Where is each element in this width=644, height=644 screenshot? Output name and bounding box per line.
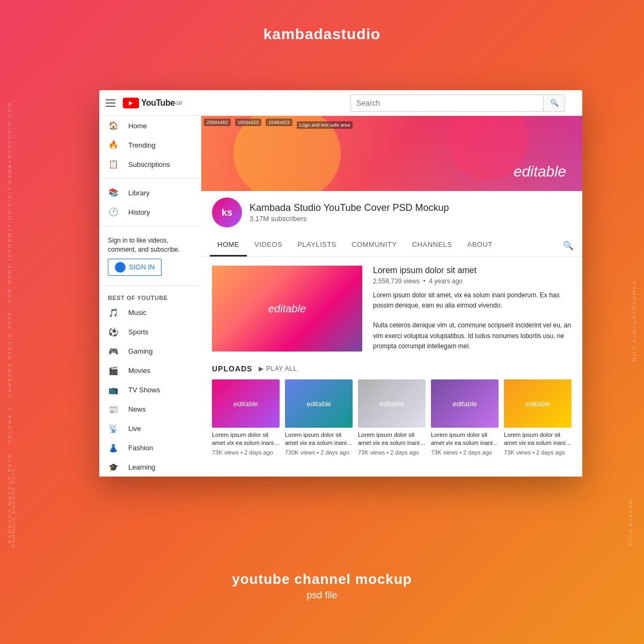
tab-community[interactable]: COMMUNITY xyxy=(344,234,405,257)
bottom-main-text: youtube channel mockup xyxy=(232,571,412,588)
youtube-header: YouTube GB 🔍 xyxy=(99,90,582,116)
channel-subscribers: 3.17M subscribers xyxy=(250,215,449,223)
video-title-3: Lorem ipsum dolor sit amet vix ea solum … xyxy=(358,431,426,448)
video-card-2[interactable]: editable Lorem ipsum dolor sit amet vix … xyxy=(285,379,353,456)
play-icon: ▶ xyxy=(259,365,264,372)
watermark-right: KAMBADASTUDIO.COM xyxy=(629,80,640,564)
featured-desc-1: Lorem ipsum dolor sit amet, vix ea solum… xyxy=(373,290,572,311)
sidebar-label-tvshows: TV Shows xyxy=(128,386,160,394)
trending-icon: 🔥 xyxy=(108,140,119,150)
search-bar: 🔍 xyxy=(350,94,565,112)
sidebar-item-gaming[interactable]: 🎮 Gaming xyxy=(99,342,201,361)
video-thumb-label-5: editable xyxy=(525,400,550,408)
sidebar-item-library[interactable]: 📚 Library xyxy=(99,183,201,202)
featured-desc-2: Nulla ceteros denique vim ut, commune sc… xyxy=(373,320,572,352)
channel-info: ks Kambada Studio YouTube Cover PSD Mock… xyxy=(201,191,582,234)
sidebar-label-news: News xyxy=(128,405,146,413)
sidebar-divider-2 xyxy=(99,226,201,226)
video-card-3[interactable]: editable Lorem ipsum dolor sit amet vix … xyxy=(358,379,426,456)
brand-title: kambadastudio xyxy=(264,26,380,43)
gaming-icon: 🎮 xyxy=(108,346,119,357)
sidebar-item-learning[interactable]: 🎓 Learning xyxy=(99,458,201,477)
video-title-2: Lorem ipsum dolor sit amet vix ea solum … xyxy=(285,431,353,448)
featured-thumbnail[interactable]: editable xyxy=(212,266,362,352)
video-thumb-1: editable xyxy=(212,379,280,428)
bottom-text: youtube channel mockup psd file xyxy=(232,571,412,601)
sign-in-prompt: Sign in to like videos, comment, and sub… xyxy=(108,236,193,254)
sidebar-sign-in-section: Sign in to like videos, comment, and sub… xyxy=(99,231,201,281)
sidebar-item-live[interactable]: 📡 Live xyxy=(99,419,201,438)
music-icon: 🎵 xyxy=(108,308,119,318)
sidebar-label-home: Home xyxy=(128,122,147,130)
sidebar-item-home[interactable]: 🏠 Home xyxy=(99,116,201,135)
featured-title: Lorem ipsum dolor sit amet xyxy=(373,266,572,275)
video-card-1[interactable]: editable Lorem ipsum dolor sit amet vix … xyxy=(212,379,280,456)
sign-in-button[interactable]: 👤 SIGN IN xyxy=(108,259,162,276)
sidebar-divider-3 xyxy=(99,286,201,286)
tab-channels[interactable]: CHANNELS xyxy=(405,234,460,257)
sidebar-item-trending[interactable]: 🔥 Trending xyxy=(99,135,201,155)
uploads-title: Uploads xyxy=(212,364,252,373)
play-all-button[interactable]: ▶ PLAY ALL xyxy=(259,365,297,372)
video-meta-3: 73K views • 2 days ago xyxy=(358,449,426,456)
featured-info: Lorem ipsum dolor sit amet 2,558,739 vie… xyxy=(373,266,572,352)
sidebar-label-music: Music xyxy=(128,309,147,317)
sidebar-item-tvshows[interactable]: 📺 TV Shows xyxy=(99,380,201,400)
tab-playlists[interactable]: PLAYLISTS xyxy=(290,234,344,257)
search-icon: 🔍 xyxy=(550,99,559,107)
video-meta-2: 730K views • 2 days ago xyxy=(285,449,353,456)
sidebar-label-fashion: Fashion xyxy=(128,444,153,452)
youtube-logo-sup: GB xyxy=(175,100,182,106)
video-meta-4: 73K views • 2 days ago xyxy=(431,449,499,456)
sidebar-label-learning: Learning xyxy=(128,463,156,471)
sidebar-item-subscriptions[interactable]: 📋 Subscriptions xyxy=(99,155,201,174)
video-thumb-label-2: editable xyxy=(306,400,331,408)
main-content: 2560x463 1855x423 1546x423 Logo and text… xyxy=(201,116,582,477)
news-icon: 📰 xyxy=(108,404,119,415)
video-card-5[interactable]: editable Lorem ipsum dolor sit amet vix … xyxy=(504,379,572,456)
channel-meta: Kambada Studio YouTube Cover PSD Mockup … xyxy=(250,202,449,223)
banner-dim-1: 2560x463 xyxy=(204,119,231,126)
person-icon: 👤 xyxy=(115,262,126,273)
youtube-logo[interactable]: YouTube GB xyxy=(123,98,182,108)
fashion-icon: 👗 xyxy=(108,443,119,453)
tab-search-icon[interactable]: 🔍 xyxy=(563,240,574,251)
sidebar-label-subscriptions: Subscriptions xyxy=(128,160,170,169)
live-icon: 📡 xyxy=(108,423,119,434)
sports-icon: ⚽ xyxy=(108,327,119,338)
sidebar-item-movies[interactable]: 🎬 Movies xyxy=(99,361,201,380)
search-input[interactable] xyxy=(351,95,543,111)
sidebar-item-sports[interactable]: ⚽ Sports xyxy=(99,323,201,342)
sidebar-label-trending: Trending xyxy=(128,141,156,149)
browser-window: YouTube GB 🔍 🏠 Home 🔥 Trending 📋 Subscri… xyxy=(99,90,582,477)
featured-views: 2,558,739 views xyxy=(373,277,420,285)
video-title-5: Lorem ipsum dolor sit amet vix ea solum … xyxy=(504,431,572,448)
hamburger-menu[interactable] xyxy=(106,99,115,107)
play-all-label: PLAY ALL xyxy=(266,365,297,372)
bottom-watermark-right: MOCKUP PACK xyxy=(628,500,633,547)
video-thumb-2: editable xyxy=(285,379,353,428)
history-icon: 🕐 xyxy=(108,207,119,217)
featured-meta: 2,558,739 views • 4 years ago xyxy=(373,277,572,285)
sidebar-item-news[interactable]: 📰 News xyxy=(99,400,201,419)
channel-avatar: ks xyxy=(212,197,242,228)
search-button[interactable]: 🔍 xyxy=(543,95,565,111)
video-title-1: Lorem ipsum dolor sit amet vix ea solum … xyxy=(212,431,280,448)
video-meta-1: 73K views • 2 days ago xyxy=(212,449,280,456)
banner-dimensions: 2560x463 1855x423 1546x423 Logo and text… xyxy=(204,119,353,126)
tab-about[interactable]: ABOUT xyxy=(460,234,500,257)
video-card-4[interactable]: editable Lorem ipsum dolor sit amet vix … xyxy=(431,379,499,456)
sidebar-label-library: Library xyxy=(128,189,150,197)
tab-home[interactable]: HOME xyxy=(210,234,247,257)
uploads-header: Uploads ▶ PLAY ALL xyxy=(212,364,572,373)
sidebar-item-music[interactable]: 🎵 Music xyxy=(99,303,201,323)
home-icon: 🏠 xyxy=(108,120,119,131)
sidebar-item-history[interactable]: 🕐 History xyxy=(99,202,201,222)
channel-name: Kambada Studio YouTube Cover PSD Mockup xyxy=(250,202,449,214)
tab-videos[interactable]: VIDEOS xyxy=(247,234,290,257)
subscriptions-icon: 📋 xyxy=(108,159,119,170)
sidebar-item-fashion[interactable]: 👗 Fashion xyxy=(99,438,201,458)
bottom-sub-text: psd file xyxy=(232,590,412,601)
sidebar-label-sports: Sports xyxy=(128,328,149,336)
uploads-section: Uploads ▶ PLAY ALL editable Lorem ipsum xyxy=(201,360,582,464)
